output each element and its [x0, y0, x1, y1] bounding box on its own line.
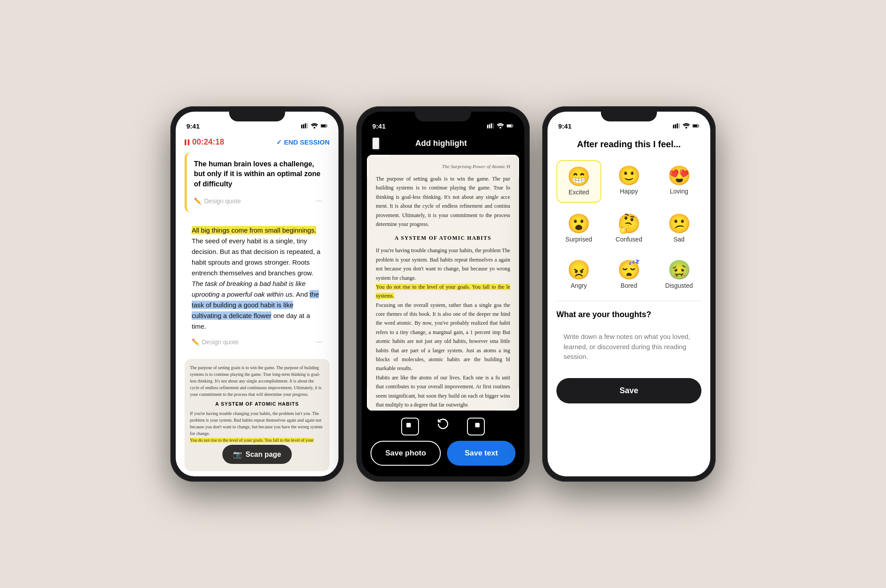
emoji-label-bored: Bored — [620, 282, 637, 289]
phone1-status-time: 9:41 — [186, 122, 200, 130]
timer-value: 00:24:18 — [192, 137, 224, 147]
quote-card-1: The human brain loves a challenge, but o… — [185, 152, 330, 213]
phone3-status-time: 9:41 — [558, 122, 572, 130]
save-photo-button[interactable]: Save photo — [371, 441, 441, 466]
phone2-status-time: 9:41 — [372, 122, 386, 130]
phone2-status-icons — [487, 123, 514, 129]
phones-container: 9:41 00:24:18 ✓ END SESSION — [170, 106, 716, 482]
svg-rect-1 — [303, 124, 304, 128]
book-text-2: If you're having trouble changing your h… — [376, 246, 510, 282]
emoji-item-angry[interactable]: 😠 Angry — [556, 254, 601, 295]
emoji-item-disgusted[interactable]: 🤢 Disgusted — [656, 254, 701, 295]
svg-point-12 — [499, 127, 501, 129]
checkmark-icon: ✓ — [276, 138, 282, 146]
svg-rect-6 — [321, 125, 326, 127]
svg-rect-21 — [679, 123, 680, 128]
session-timer: 00:24:18 — [185, 137, 224, 147]
emoji-item-surprised[interactable]: 😮 Surprised — [556, 208, 601, 249]
scroll-content: The human brain loves a challenge, but o… — [176, 152, 338, 476]
emoji-label-loving: Loving — [670, 188, 688, 195]
feelings-header: After reading this I feel... — [548, 134, 710, 155]
image-controls — [362, 411, 524, 441]
emoji-icon-angry: 😠 — [567, 261, 590, 279]
scan-preview-highlighted: You do not rise to the level of your goa… — [190, 437, 324, 443]
emoji-item-happy[interactable]: 🙂 Happy — [607, 160, 652, 203]
scan-highlight-text: You do not rise to the level of your goa… — [190, 438, 314, 443]
rotate-ccw-icon[interactable] — [437, 418, 449, 435]
book-highlighted-text: You do not rise to the level of your goa… — [376, 282, 510, 301]
emoji-icon-surprised: 😮 — [567, 214, 590, 233]
quote2-design-label: Design quote — [202, 338, 239, 346]
more-options-icon2[interactable]: ··· — [316, 337, 322, 346]
svg-point-4 — [314, 127, 315, 129]
body-text: The seed of every habit is a single, tin… — [192, 237, 320, 277]
close-button[interactable]: × — [372, 137, 379, 149]
svg-rect-10 — [491, 123, 492, 128]
svg-rect-25 — [699, 125, 700, 127]
emoji-label-disgusted: Disgusted — [665, 282, 693, 289]
emoji-icon-happy: 🙂 — [617, 166, 640, 185]
feelings-title: After reading this I feel... — [558, 139, 700, 149]
emoji-icon-excited: 😁 — [567, 167, 590, 186]
italic-text: The task of breaking a bad habit is like… — [192, 280, 306, 298]
thoughts-title: What are your thoughts? — [556, 310, 701, 319]
and-text: And — [296, 290, 310, 298]
emoji-icon-disgusted: 🤢 — [668, 261, 691, 279]
phone3-status-icons — [673, 123, 700, 129]
rotate-right-icon[interactable] — [467, 418, 485, 435]
svg-rect-17 — [475, 423, 479, 427]
svg-rect-8 — [487, 125, 488, 128]
emoji-item-excited[interactable]: 😁 Excited — [556, 160, 601, 203]
scan-preview-body: If you're having trouble changing your h… — [190, 410, 324, 437]
emoji-item-loving[interactable]: 😍 Loving — [656, 160, 701, 203]
svg-rect-16 — [407, 423, 411, 427]
scan-corner-br — [497, 388, 519, 411]
add-highlight-title: Add highlight — [415, 139, 467, 148]
svg-rect-24 — [693, 125, 697, 127]
phone3-notch — [601, 106, 657, 121]
scan-preview-section-title: A SYSTEM OF ATOMIC HABITS — [190, 401, 324, 407]
save-text-button[interactable]: Save text — [447, 441, 515, 466]
svg-rect-0 — [301, 125, 302, 128]
svg-rect-18 — [673, 125, 674, 128]
phone1-notch — [229, 106, 285, 121]
divider — [556, 301, 701, 301]
book-yellow-highlight: You do not rise to the level of your goa… — [376, 284, 510, 299]
svg-point-22 — [685, 127, 687, 129]
emoji-item-bored[interactable]: 😴 Bored — [607, 254, 652, 295]
emoji-icon-sad: 😕 — [668, 214, 691, 233]
quote2-footer: ✏️ Design quote ··· — [192, 332, 322, 346]
book-text-4: Habits are like the atoms of our lives. … — [376, 373, 510, 410]
emoji-icon-bored: 😴 — [617, 261, 640, 279]
phone2-notch — [415, 106, 471, 121]
emoji-label-excited: Excited — [568, 189, 589, 196]
book-section-title: A SYSTEM OF ATOMIC HABITS — [376, 235, 510, 242]
book-page-container: The Surprising Power of Atomic H The pur… — [367, 155, 519, 411]
end-session-button[interactable]: ✓ END SESSION — [276, 138, 330, 146]
emoji-label-surprised: Surprised — [565, 236, 592, 243]
scan-corner-tr — [497, 155, 519, 177]
scan-preview-card: The purpose of setting goals is to win t… — [185, 359, 330, 471]
rotate-left-icon[interactable] — [401, 418, 419, 435]
svg-rect-2 — [305, 123, 306, 128]
svg-rect-9 — [489, 124, 490, 128]
emoji-item-sad[interactable]: 😕 Sad — [656, 208, 701, 249]
add-highlight-header: × Add highlight — [362, 134, 524, 155]
quote1-footer: ✏️ Design quote ··· — [194, 191, 322, 205]
svg-rect-3 — [307, 123, 308, 128]
more-options-icon[interactable]: ··· — [316, 196, 322, 205]
phone3: 9:41 After reading this I feel... 😁 Exci… — [542, 106, 716, 482]
phone1: 9:41 00:24:18 ✓ END SESSION — [170, 106, 344, 482]
svg-rect-19 — [675, 124, 676, 128]
save-button[interactable]: Save — [556, 378, 701, 403]
svg-rect-11 — [493, 123, 494, 128]
emoji-item-confused[interactable]: 🤔 Confused — [607, 208, 652, 249]
book-page: The Surprising Power of Atomic H The pur… — [367, 155, 519, 411]
emoji-grid: 😁 Excited 🙂 Happy 😍 Loving 😮 Surprised 🤔… — [548, 155, 710, 301]
scan-page-button[interactable]: 📷 Scan page — [222, 445, 292, 464]
emoji-label-sad: Sad — [673, 236, 685, 243]
emoji-icon-confused: 🤔 — [617, 214, 640, 233]
thoughts-textarea[interactable] — [556, 325, 701, 369]
highlighted-beginning: All big things come from small beginning… — [192, 226, 316, 234]
scan-corner-bl — [367, 388, 389, 411]
